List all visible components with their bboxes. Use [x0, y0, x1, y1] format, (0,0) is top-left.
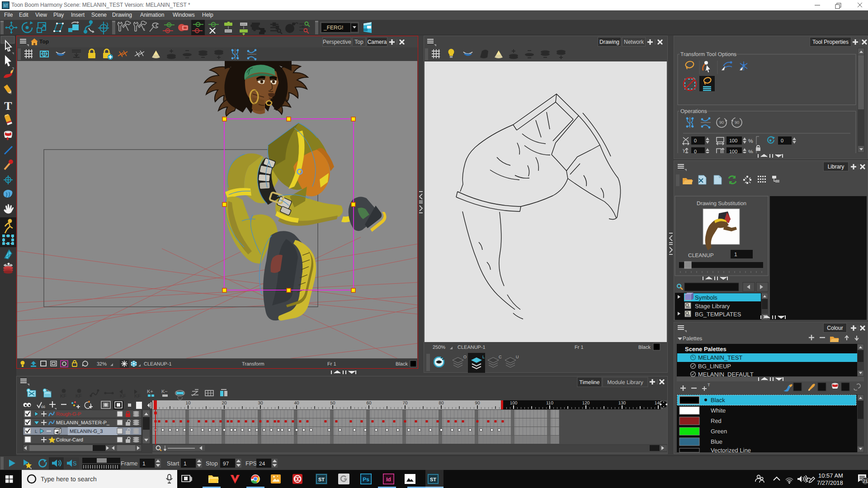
svg-text:L: L: [482, 355, 485, 359]
svg-text:Fr 1: Fr 1: [327, 361, 336, 367]
svg-text:Black: Black: [638, 345, 651, 350]
svg-text:_FERG!: _FERG!: [323, 24, 343, 31]
svg-text:7/27/2018: 7/27/2018: [817, 479, 843, 486]
svg-text:100: 100: [510, 401, 518, 406]
svg-text:K+: K+: [147, 389, 153, 394]
svg-text:Palettes: Palettes: [683, 335, 702, 342]
svg-text:10:57 AM: 10:57 AM: [818, 472, 843, 479]
svg-text:Scene Palettes: Scene Palettes: [685, 346, 726, 352]
svg-text:Symbols: Symbols: [695, 294, 717, 301]
svg-text:32%: 32%: [97, 361, 107, 367]
svg-text:20: 20: [222, 401, 227, 406]
svg-text:Id: Id: [386, 476, 391, 483]
svg-text:30: 30: [258, 401, 263, 406]
svg-text:120: 120: [582, 401, 590, 406]
svg-text:Timeline: Timeline: [580, 379, 600, 385]
svg-text:Frame: Frame: [121, 460, 138, 467]
svg-text:Green: Green: [711, 428, 727, 435]
svg-text:130: 130: [618, 401, 626, 406]
svg-text:0: 0: [781, 138, 783, 144]
svg-text:1: 1: [184, 460, 187, 467]
svg-text:Type here to search: Type here to search: [41, 475, 97, 483]
svg-text:T: T: [708, 383, 710, 387]
svg-text:60: 60: [366, 401, 372, 406]
svg-text:Black: Black: [396, 361, 408, 367]
svg-text:CLEANUP: CLEANUP: [688, 252, 714, 258]
svg-text:90: 90: [719, 120, 724, 125]
svg-text:KF: KF: [120, 394, 126, 399]
svg-text:Vectorized Line: Vectorized Line: [711, 447, 751, 454]
svg-text:MELANIN_MASTER-P_: MELANIN_MASTER-P_: [56, 420, 110, 426]
svg-text:CLEANUP-1: CLEANUP-1: [144, 361, 172, 367]
svg-text:250%: 250%: [433, 345, 445, 350]
svg-text:90: 90: [475, 401, 480, 406]
svg-text:T: T: [4, 99, 12, 113]
svg-text:Operations: Operations: [680, 108, 707, 114]
svg-text:Rough-G-P: Rough-G-P: [56, 412, 81, 417]
svg-text:90: 90: [735, 120, 739, 125]
svg-text:O: O: [463, 355, 467, 359]
svg-text:70: 70: [402, 401, 408, 406]
svg-text:Red: Red: [711, 418, 722, 424]
svg-text:0: 0: [694, 138, 697, 144]
svg-text:Colour-Card: Colour-Card: [56, 437, 83, 443]
svg-text:U: U: [516, 355, 519, 359]
svg-text:66: 66: [41, 405, 45, 409]
svg-text:100: 100: [729, 138, 737, 144]
svg-text:BG_LINEUP: BG_LINEUP: [698, 363, 731, 370]
svg-text:KF: KF: [60, 394, 66, 399]
svg-text:%: %: [748, 138, 753, 144]
svg-text:40: 40: [294, 401, 299, 406]
svg-text:50: 50: [330, 401, 335, 406]
svg-text:21: 21: [863, 479, 868, 484]
svg-text:BG_TEMPLATES: BG_TEMPLATES: [695, 311, 741, 318]
svg-text:Ps: Ps: [363, 476, 369, 483]
svg-text:97: 97: [223, 460, 229, 467]
svg-text:80: 80: [439, 401, 444, 406]
svg-text:24: 24: [259, 460, 265, 467]
svg-text:KF: KF: [134, 394, 141, 399]
svg-text:CLEANUP-1: CLEANUP-1: [458, 345, 486, 350]
svg-text:C: C: [499, 355, 502, 359]
svg-text:Transform: Transform: [242, 361, 264, 367]
svg-text:Drawing Substitution: Drawing Substitution: [697, 200, 746, 206]
svg-text:MELANIN_TEST: MELANIN_TEST: [698, 354, 742, 361]
svg-text:MELANIN_DEFAULT: MELANIN_DEFAULT: [698, 371, 754, 378]
svg-text:Stage Library: Stage Library: [695, 303, 730, 310]
svg-text:Module Library: Module Library: [607, 379, 643, 385]
svg-text:110: 110: [546, 401, 553, 406]
svg-text:FPS: FPS: [245, 460, 257, 467]
svg-text:Fr 1: Fr 1: [575, 345, 584, 350]
svg-text:ST: ST: [318, 477, 325, 483]
svg-text:10: 10: [185, 401, 191, 406]
svg-text:Blue: Blue: [711, 438, 722, 445]
svg-text:Stop: Stop: [206, 460, 218, 467]
svg-text:Transform Tool Options: Transform Tool Options: [680, 51, 736, 57]
svg-text:1: 1: [734, 251, 737, 258]
svg-text:KF: KF: [75, 394, 82, 399]
svg-text:1: 1: [142, 460, 146, 467]
svg-text:ST: ST: [430, 477, 436, 483]
svg-text:White: White: [711, 407, 726, 414]
svg-text:Black: Black: [711, 397, 725, 404]
svg-text:L: L: [35, 429, 38, 434]
svg-text:Top: Top: [39, 38, 49, 45]
svg-text:ST: ST: [3, 4, 8, 8]
svg-text:K−: K−: [161, 389, 168, 394]
svg-text:S: S: [73, 460, 77, 467]
svg-text:Start: Start: [167, 460, 179, 467]
svg-text:MELANIN-G_3: MELANIN-G_3: [70, 429, 103, 434]
